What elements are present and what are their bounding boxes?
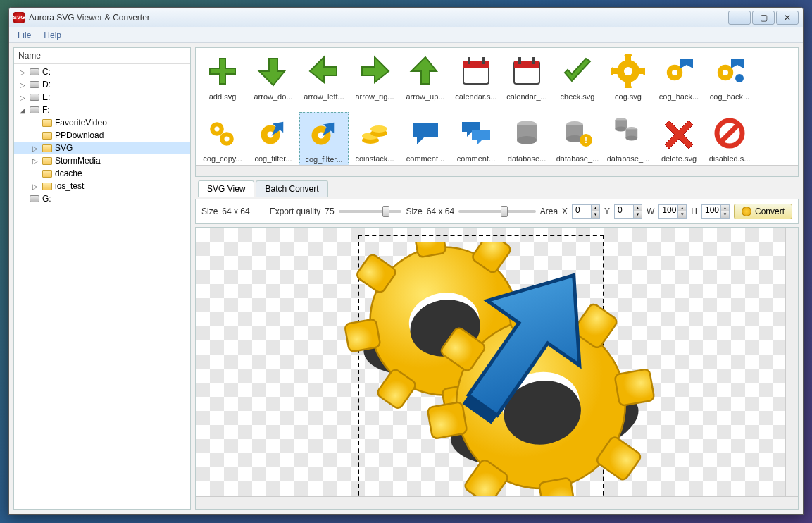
database-icon bbox=[506, 112, 548, 154]
thumbnail-label: disabled.s... bbox=[705, 154, 754, 163]
tree-node-d[interactable]: ▷D: bbox=[14, 78, 190, 91]
thumbnail-item[interactable]: check.svg bbox=[553, 50, 602, 111]
expander-icon[interactable]: ▷ bbox=[18, 81, 27, 89]
thumbnail-item[interactable]: !database_... bbox=[553, 112, 602, 165]
area-y-input[interactable]: 0▲▼ bbox=[614, 204, 642, 219]
minimize-button[interactable]: — bbox=[728, 11, 751, 25]
convert-button[interactable]: Convert bbox=[734, 204, 792, 219]
size-slider[interactable] bbox=[458, 210, 536, 213]
preview-canvas[interactable] bbox=[196, 228, 785, 496]
check-green-icon bbox=[556, 50, 599, 92]
window-title: Aurora SVG Viewer & Converter bbox=[29, 13, 728, 23]
tree-node-iostest[interactable]: ▷ios_test bbox=[14, 180, 190, 192]
thumbnail-item[interactable]: delete.svg bbox=[654, 112, 704, 165]
thumbnail-item[interactable]: database_... bbox=[604, 112, 653, 165]
thumbnail-item[interactable]: cog_copy... bbox=[198, 112, 247, 165]
tree-label: ios_test bbox=[55, 181, 84, 191]
thumbnail-item[interactable]: calendar_... bbox=[502, 50, 551, 111]
thumbnail-item[interactable]: database... bbox=[502, 112, 551, 165]
size2-value: 64 x 64 bbox=[427, 207, 454, 216]
tree-node-svg[interactable]: ▷SVG bbox=[14, 142, 190, 154]
expander-icon[interactable]: ▷ bbox=[31, 183, 39, 190]
comments-blue-icon bbox=[455, 112, 497, 154]
thumbnail-item[interactable]: add.svg bbox=[198, 50, 247, 111]
tree-node-f[interactable]: ◢F: bbox=[14, 104, 190, 116]
menu-file[interactable]: File bbox=[12, 29, 37, 42]
thumbnail-item[interactable]: comment... bbox=[401, 112, 450, 165]
thumbnail-item[interactable]: arrow_up... bbox=[401, 50, 450, 111]
svg-point-34 bbox=[370, 125, 387, 133]
thumbnail-item[interactable]: disabled.s... bbox=[705, 112, 754, 165]
thumbnail-item[interactable]: cog.svg bbox=[604, 50, 653, 111]
tree-node-stormmedia[interactable]: ▷StormMedia bbox=[14, 154, 190, 167]
quality-slider[interactable] bbox=[339, 210, 402, 213]
thumbnail-item[interactable]: cog_filter... bbox=[299, 112, 349, 165]
area-h-input[interactable]: 100▲▼ bbox=[701, 204, 730, 219]
close-button[interactable]: ✕ bbox=[776, 11, 799, 25]
svg-point-17 bbox=[624, 67, 632, 75]
folder-icon bbox=[42, 130, 53, 141]
tree-node-ppdownload[interactable]: PPDownload bbox=[14, 129, 190, 142]
x-red-icon bbox=[658, 112, 700, 154]
preview-horizontal-scrollbar[interactable] bbox=[196, 496, 798, 509]
thumbnail-scrollbar[interactable] bbox=[196, 165, 798, 176]
svg-point-26 bbox=[225, 137, 230, 142]
thumbnail-item[interactable]: cog_filter... bbox=[249, 112, 298, 165]
svg-point-45 bbox=[615, 127, 627, 132]
menubar: File Help bbox=[9, 27, 803, 43]
thumbnail-label: arrow_do... bbox=[249, 92, 298, 101]
no-red-icon bbox=[708, 112, 751, 154]
expander-icon[interactable]: ▷ bbox=[18, 68, 27, 76]
thumbnail-item[interactable]: comment... bbox=[451, 112, 501, 165]
tree-node-g[interactable]: G: bbox=[14, 192, 190, 205]
svg-rect-7 bbox=[532, 57, 535, 64]
expander-icon[interactable]: ▷ bbox=[31, 157, 39, 165]
thumbnail-label: check.svg bbox=[553, 92, 602, 101]
app-icon: SVG bbox=[13, 12, 25, 23]
thumbnail-item[interactable]: cog_back... bbox=[654, 50, 704, 111]
preview-vertical-scrollbar[interactable] bbox=[785, 228, 798, 496]
thumbnail-item[interactable]: arrow_do... bbox=[249, 50, 298, 111]
titlebar[interactable]: SVG Aurora SVG Viewer & Converter — ▢ ✕ bbox=[9, 8, 803, 27]
thumbnail-grid[interactable]: add.svgarrow_do...arrow_left...arrow_rig… bbox=[196, 48, 798, 165]
export-quality-value: 75 bbox=[325, 207, 334, 216]
tree-node-e[interactable]: ▷E: bbox=[14, 91, 190, 104]
tree-node-favoritevideo[interactable]: FavoriteVideo bbox=[14, 116, 190, 129]
calendar-icon bbox=[506, 50, 548, 92]
thumbnail-label: cog_filter... bbox=[249, 154, 298, 163]
thumbnail-label: delete.svg bbox=[654, 154, 704, 163]
menu-help[interactable]: Help bbox=[38, 29, 67, 42]
thumbnail-item[interactable]: cog_back... bbox=[705, 50, 754, 111]
export-quality-label: Export quality bbox=[270, 207, 321, 216]
tab-batch-convert[interactable]: Batch Convert bbox=[256, 180, 327, 197]
tree-header: Name bbox=[14, 48, 190, 64]
folder-icon bbox=[42, 168, 53, 179]
preview-panel bbox=[195, 227, 799, 510]
folder-icon bbox=[42, 142, 53, 154]
thumbnail-item[interactable]: arrow_left... bbox=[299, 50, 349, 111]
thumbnail-item[interactable]: calendar.s... bbox=[451, 50, 501, 111]
folder-tree[interactable]: ▷C:▷D:▷E:◢F:FavoriteVideoPPDownload▷SVG▷… bbox=[14, 64, 190, 509]
thumbnail-label: arrow_left... bbox=[299, 92, 349, 101]
thumbnail-item[interactable]: coinstack... bbox=[350, 112, 399, 165]
svg-rect-6 bbox=[518, 57, 521, 64]
expander-icon[interactable]: ▷ bbox=[18, 94, 27, 101]
tree-node-c[interactable]: ▷C: bbox=[14, 66, 190, 78]
thumbnail-item[interactable]: arrow_rig... bbox=[350, 50, 399, 111]
drive-icon bbox=[29, 92, 40, 103]
cog-arrow-icon bbox=[303, 113, 345, 155]
folder-icon bbox=[42, 155, 53, 166]
area-x-input[interactable]: 0▲▼ bbox=[572, 204, 600, 219]
database-warn-icon: ! bbox=[556, 112, 599, 154]
preview-image bbox=[337, 242, 710, 496]
tab-bar: SVG View Batch Convert bbox=[195, 180, 799, 197]
tree-node-dcache[interactable]: dcache bbox=[14, 167, 190, 180]
maximize-button[interactable]: ▢ bbox=[752, 11, 775, 25]
cog-blue-flag2-icon bbox=[708, 50, 751, 92]
tab-svg-view[interactable]: SVG View bbox=[198, 180, 254, 197]
drive-icon bbox=[29, 104, 40, 116]
expander-icon[interactable]: ▷ bbox=[31, 144, 39, 152]
svg-point-48 bbox=[625, 136, 637, 141]
expander-icon[interactable]: ◢ bbox=[18, 106, 27, 114]
area-w-input[interactable]: 100▲▼ bbox=[658, 204, 687, 219]
